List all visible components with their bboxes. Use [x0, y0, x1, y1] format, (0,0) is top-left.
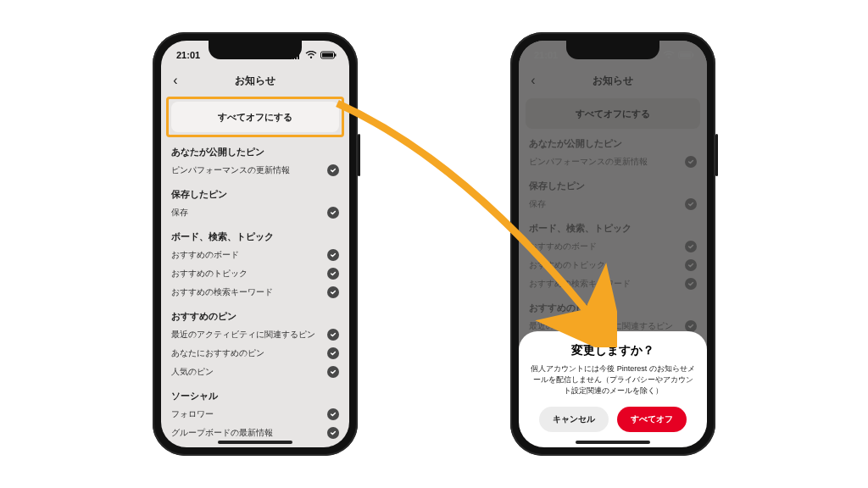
checkmark-icon — [327, 329, 339, 341]
setting-label: 最近のアクティビティに関連するピン — [171, 329, 315, 341]
turn-all-off-button[interactable]: すべてオフにする — [171, 102, 339, 132]
setting-row[interactable]: 人気のピン — [171, 363, 339, 381]
setting-label: グループボードの最新情報 — [171, 427, 273, 439]
home-indicator — [576, 441, 650, 444]
checkmark-icon — [327, 207, 339, 219]
confirm-sheet: 変更しますか？ 個人アカウントには今後 Pinterest のお知らせメールを配… — [519, 331, 707, 447]
section-header: 保存したピン — [171, 188, 339, 201]
setting-label: おすすめのボード — [171, 249, 239, 261]
cancel-button[interactable]: キャンセル — [539, 407, 609, 432]
checkmark-icon — [327, 408, 339, 420]
nav-bar: ‹ お知らせ — [161, 66, 349, 95]
home-indicator — [218, 441, 292, 444]
checkmark-icon — [327, 427, 339, 439]
setting-row[interactable]: おすすめのボード — [171, 246, 339, 264]
checkmark-icon — [327, 446, 339, 447]
phone-mock-right: 21:01 ‹ お知らせ すべてオフにする あなたが公開したピンピンパフォーマン… — [510, 32, 715, 456]
confirm-all-off-button[interactable]: すべてオフ — [617, 407, 687, 432]
setting-label: メッセージ — [171, 446, 214, 447]
checkmark-icon — [327, 268, 339, 280]
setting-label: おすすめのトピック — [171, 268, 248, 280]
section-header: あなたが公開したピン — [171, 146, 339, 158]
setting-label: 人気のピン — [171, 366, 214, 378]
checkmark-icon — [327, 347, 339, 359]
setting-label: ピンパフォーマンスの更新情報 — [171, 164, 290, 176]
sheet-title: 変更しますか？ — [531, 343, 695, 358]
phone-mock-left: 21:01 ‹ お知らせ すべてオフにする あなたが公開したピンピンパフォーマン… — [153, 32, 358, 456]
section-header: ボード、検索、トピック — [171, 230, 339, 243]
checkmark-icon — [327, 366, 339, 378]
setting-row[interactable]: フォロワー — [171, 405, 339, 424]
status-time: 21:01 — [176, 50, 200, 60]
setting-label: フォロワー — [171, 408, 214, 420]
back-chevron-icon[interactable]: ‹ — [166, 73, 185, 88]
checkmark-icon — [327, 286, 339, 298]
notch — [566, 41, 659, 59]
setting-row[interactable]: 保存 — [171, 203, 339, 222]
setting-label: 保存 — [171, 207, 188, 219]
setting-row[interactable]: ピンパフォーマンスの更新情報 — [171, 161, 339, 180]
setting-label: あなたにおすすめのピン — [171, 347, 264, 359]
setting-row[interactable]: あなたにおすすめのピン — [171, 344, 339, 363]
svg-rect-6 — [322, 53, 333, 58]
setting-row[interactable]: 最近のアクティビティに関連するピン — [171, 325, 339, 344]
svg-point-4 — [310, 57, 312, 58]
setting-row[interactable]: グループボードの最新情報 — [171, 424, 339, 442]
notch — [209, 41, 302, 59]
setting-row[interactable]: おすすめのトピック — [171, 264, 339, 283]
wifi-icon — [305, 51, 317, 59]
setting-row[interactable]: おすすめの検索キーワード — [171, 283, 339, 302]
page-title: お知らせ — [185, 74, 326, 88]
checkmark-icon — [327, 249, 339, 261]
battery-icon — [320, 51, 337, 59]
sheet-body: 個人アカウントには今後 Pinterest のお知らせメールを配信しません（プラ… — [531, 363, 695, 396]
section-header: ソーシャル — [171, 390, 339, 402]
highlight-annotation: すべてオフにする — [166, 97, 344, 137]
section-header: おすすめのピン — [171, 310, 339, 323]
setting-label: おすすめの検索キーワード — [171, 286, 273, 298]
svg-rect-7 — [335, 54, 337, 57]
checkmark-icon — [327, 164, 339, 176]
